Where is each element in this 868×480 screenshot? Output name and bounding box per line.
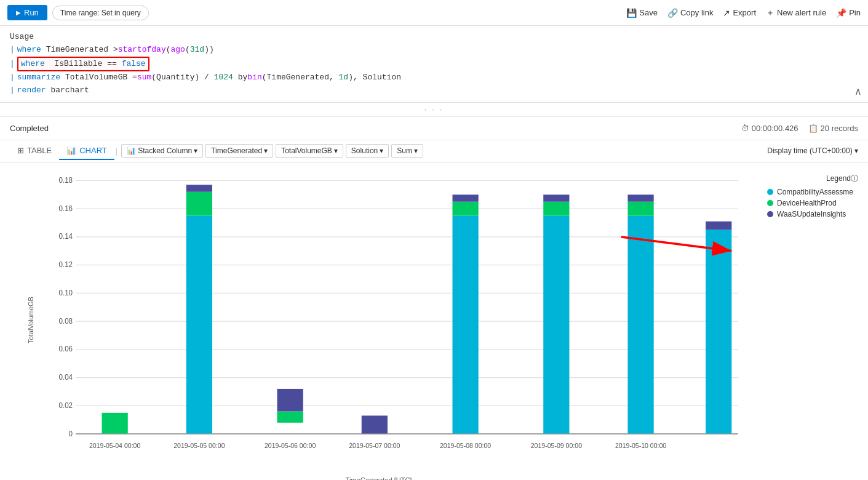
status-completed: Completed xyxy=(10,124,49,133)
kw-render: render xyxy=(17,84,46,97)
kw-ago: ago xyxy=(171,44,185,57)
query-line3-text: TotalVolumeGB = xyxy=(65,71,137,84)
tab-table[interactable]: ⊞ TABLE xyxy=(10,142,59,160)
toolbar-actions: 💾 Save 🔗 Copy link ↗ Export ＋ New alert … xyxy=(626,7,861,18)
pipe-1: | xyxy=(10,44,15,57)
bar-group-3: 2019-05-06 00:00 xyxy=(265,389,316,448)
query-line4-text: barchart xyxy=(50,84,89,97)
collapse-button[interactable]: ∧ xyxy=(854,86,862,97)
svg-text:2019-05-06 00:00: 2019-05-06 00:00 xyxy=(265,442,316,448)
dots-separator: · · · xyxy=(0,103,868,117)
legend-label-2: DeviceHealthProd xyxy=(777,199,837,207)
y-axis-dropdown[interactable]: TotalVolumeGB ▾ xyxy=(276,144,343,158)
display-time-label: Display time (UTC+00:00) xyxy=(767,146,852,155)
query-table-text: Usage xyxy=(10,31,34,44)
pin-label: Pin xyxy=(849,8,861,17)
svg-rect-31 xyxy=(452,216,478,434)
split-by-chevron-icon: ▾ xyxy=(380,146,383,155)
split-by-dropdown[interactable]: Solution ▾ xyxy=(346,144,389,158)
display-time-dropdown[interactable]: Display time (UTC+00:00) ▾ xyxy=(767,146,858,155)
plus-icon: ＋ xyxy=(766,7,774,18)
svg-text:2019-05-07 00:00: 2019-05-07 00:00 xyxy=(349,442,400,448)
legend-info-icon: ⓘ xyxy=(851,174,858,183)
view-tabs: ⊞ TABLE 📊 CHART | 📊 Stacked Column ▾ Tim… xyxy=(0,140,868,162)
copy-link-label: Copy link xyxy=(680,8,713,17)
save-button[interactable]: 💾 Save xyxy=(626,8,658,18)
new-alert-rule-button[interactable]: ＋ New alert rule xyxy=(766,7,826,18)
svg-text:0.18: 0.18 xyxy=(58,175,73,185)
legend-item-3: WaaSUpdateInsights xyxy=(767,210,858,218)
aggregation-dropdown[interactable]: Sum ▾ xyxy=(391,144,423,158)
tab-table-label: TABLE xyxy=(27,146,52,155)
status-records: 📋 20 records xyxy=(808,124,858,133)
x-axis-label: TimeGenerated xyxy=(211,146,262,155)
query-line3-end: (TimeGenerated, 1d), Solution xyxy=(262,71,401,84)
pipe-2: | xyxy=(10,58,15,71)
chevron-down-icon: ▾ xyxy=(194,146,197,155)
query-line2: | where IsBillable == false xyxy=(10,57,858,72)
time-range-label: Time range: Set in query xyxy=(60,9,141,17)
query-line1-text: TimeGenerated > xyxy=(46,44,118,57)
svg-text:0.08: 0.08 xyxy=(58,316,73,326)
separator-1: | xyxy=(116,146,117,156)
legend-dot-2 xyxy=(767,200,773,206)
kw-false: false xyxy=(122,59,146,68)
svg-rect-33 xyxy=(452,194,478,201)
run-button[interactable]: ▶ Run xyxy=(7,5,47,20)
svg-text:0.12: 0.12 xyxy=(58,260,73,270)
chart-type-icon: 📊 xyxy=(127,146,136,155)
display-time-section: Display time (UTC+00:00) ▾ xyxy=(767,146,858,155)
pipe-4: | xyxy=(10,84,15,97)
status-time: ⏱ 00:00:00.426 xyxy=(741,124,798,133)
chart-main: TotalVolumeGB 0.18 0.16 0.14 0.12 0.10 0… xyxy=(0,167,757,473)
query-line1: | where TimeGenerated > startofday ( ago… xyxy=(10,44,858,57)
new-alert-rule-label: New alert rule xyxy=(777,8,826,17)
query-editor[interactable]: Usage | where TimeGenerated > startofday… xyxy=(0,26,868,103)
query-line3-rest: (Quantity) / 1024 by xyxy=(151,71,247,84)
query-line4: | render barchart xyxy=(10,84,858,97)
svg-text:2019-05-05 00:00: 2019-05-05 00:00 xyxy=(173,442,225,448)
legend-dot-1 xyxy=(767,189,773,195)
legend-item-1: CompatibilityAssessme xyxy=(767,188,858,196)
kw-startofday: startofday xyxy=(118,44,166,57)
svg-text:0.04: 0.04 xyxy=(58,373,73,382)
svg-text:0.16: 0.16 xyxy=(58,204,73,213)
status-time-value: 00:00:00.426 xyxy=(752,124,798,133)
kw-where-2: where xyxy=(21,59,45,68)
svg-text:0.10: 0.10 xyxy=(58,288,73,297)
legend-label-3: WaaSUpdateInsights xyxy=(777,210,846,218)
x-axis-chevron-icon: ▾ xyxy=(264,146,268,155)
copy-link-icon: 🔗 xyxy=(667,8,678,18)
svg-text:0.06: 0.06 xyxy=(58,345,73,354)
bar-group-1: 2019-05-04 00:00 xyxy=(89,413,140,448)
svg-text:2019-05-09 00:00: 2019-05-09 00:00 xyxy=(531,442,582,448)
pin-button[interactable]: 📌 Pin xyxy=(836,8,861,18)
kw-bin: bin xyxy=(247,71,261,84)
tab-chart[interactable]: 📊 CHART xyxy=(59,142,114,160)
chart-legend: Legendⓘ CompatibilityAssessme DeviceHeal… xyxy=(757,167,868,473)
time-range-button[interactable]: Time range: Set in query xyxy=(52,6,149,20)
svg-rect-20 xyxy=(102,413,128,434)
tab-chart-label: CHART xyxy=(79,146,107,155)
svg-text:0: 0 xyxy=(69,429,73,438)
x-axis-dropdown[interactable]: TimeGenerated ▾ xyxy=(205,144,273,158)
svg-rect-35 xyxy=(543,216,569,434)
legend-label-1: CompatibilityAssessme xyxy=(777,188,853,196)
svg-rect-39 xyxy=(627,216,653,434)
records-icon: 📋 xyxy=(808,124,818,133)
svg-rect-22 xyxy=(186,216,212,434)
highlighted-where-line: where IsBillable == false xyxy=(17,57,149,72)
legend-dot-3 xyxy=(767,211,773,217)
export-button[interactable]: ↗ Export xyxy=(723,8,756,18)
status-bar: Completed ⏱ 00:00:00.426 📋 20 records xyxy=(0,117,868,140)
svg-rect-24 xyxy=(186,185,212,191)
legend-item-2: DeviceHealthProd xyxy=(767,199,858,207)
chart-type-dropdown[interactable]: 📊 Stacked Column ▾ xyxy=(121,144,203,158)
chart-type-label: Stacked Column xyxy=(138,146,192,155)
query-line3: | summarize TotalVolumeGB = sum (Quantit… xyxy=(10,71,858,84)
run-label: Run xyxy=(24,8,39,17)
table-icon: ⊞ xyxy=(17,146,24,155)
copy-link-button[interactable]: 🔗 Copy link xyxy=(667,8,713,18)
pipe-3: | xyxy=(10,71,15,84)
export-icon: ↗ xyxy=(723,8,730,18)
